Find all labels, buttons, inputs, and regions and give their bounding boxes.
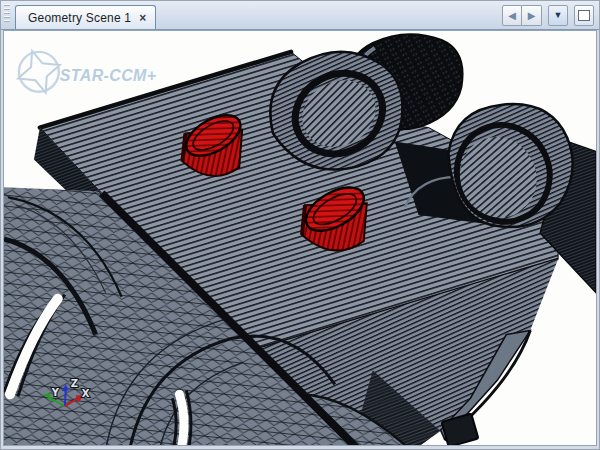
next-scene-button[interactable]: ▶ <box>522 5 542 26</box>
tab-label: Geometry Scene 1 <box>28 11 131 25</box>
back-arrow-icon: ◀ <box>508 11 516 21</box>
scene-nav-group: ◀ ▶ <box>502 5 542 26</box>
scene-list-dropdown-button[interactable]: ▼ <box>548 5 568 26</box>
drag-grip-handle[interactable] <box>4 4 10 24</box>
runner-gap-2 <box>179 394 184 445</box>
logo-text: STAR-CCM+ <box>60 67 157 84</box>
tab-geometry-scene-1[interactable]: Geometry Scene 1 × <box>15 5 156 29</box>
x-axis-label: X <box>82 388 90 399</box>
prev-scene-button[interactable]: ◀ <box>502 5 522 26</box>
geometry-viewport[interactable]: STAR-CCM+ <box>3 30 597 446</box>
maximize-icon <box>578 10 590 21</box>
tab-close-icon[interactable]: × <box>139 12 146 24</box>
z-axis-arrow <box>65 389 66 406</box>
scene-window: Geometry Scene 1 × ◀ ▶ ▼ <box>0 0 600 450</box>
dropdown-arrow-icon: ▼ <box>554 11 563 20</box>
z-axis-label: Z <box>71 378 78 389</box>
y-axis-label: Y <box>51 387 60 398</box>
tab-bar: Geometry Scene 1 × ◀ ▶ ▼ <box>1 1 599 30</box>
forward-arrow-icon: ▶ <box>528 11 536 21</box>
geometry-scene-svg: STAR-CCM+ <box>4 31 596 445</box>
maximize-button[interactable] <box>574 5 594 26</box>
